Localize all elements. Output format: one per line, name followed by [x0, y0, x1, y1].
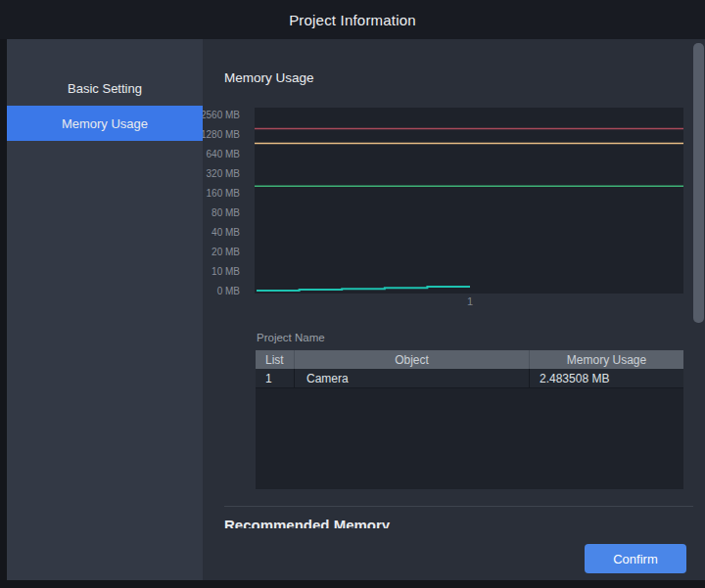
- sidebar-item-memory-usage[interactable]: Memory Usage: [7, 106, 203, 141]
- section-divider: [224, 506, 693, 507]
- y-axis-tick-label: 40 MB: [212, 227, 240, 238]
- sidebar: Basic Setting Memory Usage: [7, 39, 203, 580]
- dialog-titlebar: Project Information: [0, 0, 705, 39]
- chart-canvas: [255, 108, 683, 294]
- sidebar-item-basic-setting[interactable]: Basic Setting: [7, 70, 203, 106]
- sidebar-item-label: Basic Setting: [68, 81, 142, 96]
- scrollbar-thumb[interactable]: [693, 43, 704, 323]
- dialog-title: Project Information: [289, 12, 416, 28]
- cell-object: Camera: [295, 369, 530, 387]
- project-information-dialog: Project Information Basic Setting Memory…: [0, 0, 705, 588]
- y-axis-tick-label: 2560 MB: [203, 110, 240, 120]
- y-axis-tick-label: 1280 MB: [203, 129, 240, 140]
- cell-list: 1: [256, 369, 295, 387]
- project-name-label: Project Name: [257, 332, 325, 343]
- chart-y-axis-labels: 2560 MB1280 MB640 MB320 MB160 MB80 MB40 …: [203, 108, 247, 294]
- y-axis-tick-label: 80 MB: [212, 207, 240, 218]
- dialog-footer: Confirm: [203, 528, 705, 580]
- memory-usage-chart: [255, 108, 683, 294]
- table-row[interactable]: 1 Camera 2.483508 MB: [256, 369, 683, 388]
- section-title: Memory Usage: [224, 70, 314, 85]
- column-header-memory-usage: Memory Usage: [530, 350, 683, 369]
- y-axis-tick-label: 20 MB: [212, 247, 240, 257]
- y-axis-tick-label: 10 MB: [212, 266, 240, 277]
- y-axis-tick-label: 320 MB: [207, 168, 240, 179]
- memory-usage-table: List Object Memory Usage 1 Camera 2.4835…: [256, 350, 683, 489]
- sidebar-item-label: Memory Usage: [62, 116, 148, 131]
- column-header-object: Object: [295, 350, 530, 369]
- column-header-list: List: [256, 350, 295, 369]
- clipped-section-heading: Recommended Memory: [224, 518, 518, 528]
- vertical-scrollbar: [692, 39, 705, 580]
- confirm-button[interactable]: Confirm: [585, 544, 686, 573]
- y-axis-tick-label: 640 MB: [207, 149, 240, 159]
- y-axis-tick-label: 0 MB: [217, 286, 240, 296]
- main-content: Memory Usage 2560 MB1280 MB640 MB320 MB1…: [203, 39, 705, 580]
- table-header-row: List Object Memory Usage: [256, 350, 683, 369]
- cell-memory-usage: 2.483508 MB: [530, 369, 683, 387]
- memory-usage-series-line: [257, 287, 470, 291]
- y-axis-tick-label: 160 MB: [207, 188, 240, 199]
- chart-x-axis-tick: 1: [456, 295, 484, 307]
